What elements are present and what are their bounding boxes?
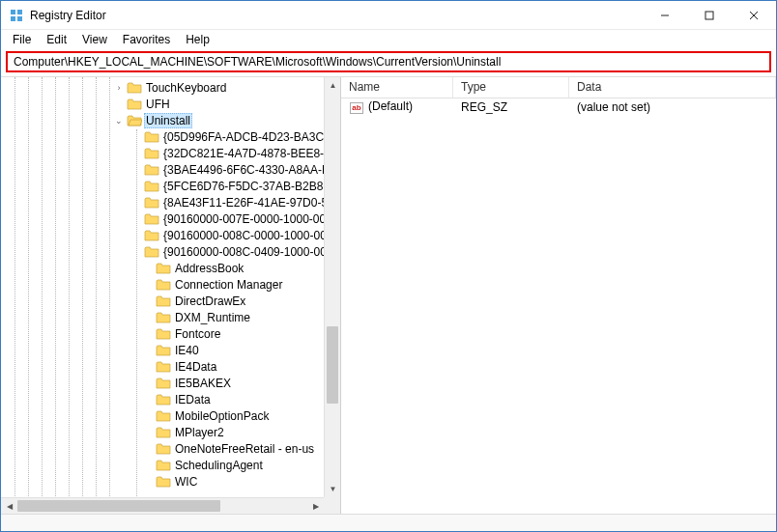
folder-icon	[156, 409, 171, 423]
maximize-button[interactable]	[687, 1, 732, 30]
column-type[interactable]: Type	[453, 77, 569, 98]
tree-item-label: {90160000-008C-0000-1000-000000	[163, 229, 340, 242]
tree-item-label: {5FCE6D76-F5DC-37AB-B2B8-22A	[163, 180, 340, 193]
tree-item--5fce6d76-f5dc-37ab-b2b8[interactable]: {5FCE6D76-F5DC-37AB-B2B8-22A	[1, 178, 340, 194]
svg-rect-2	[11, 16, 15, 21]
folder-icon	[156, 294, 171, 308]
tree-item-label: IE5BAKEX	[175, 377, 231, 390]
tree-item-label: {90160000-008C-0409-1000-000000	[163, 245, 340, 259]
address-bar[interactable]	[6, 51, 771, 72]
tree-item--32dc821e-4a7d-4878-bee8[interactable]: {32DC821E-4A7D-4878-BEE8-337F.	[1, 145, 340, 161]
folder-icon	[144, 130, 159, 144]
menu-help[interactable]: Help	[178, 32, 217, 47]
tree-item-label: Fontcore	[175, 327, 220, 341]
folder-icon	[156, 360, 171, 374]
tree-item--05d996fa-adcb-4d23-ba3c[interactable]: {05D996FA-ADCB-4D23-BA3C-A7(	[1, 128, 340, 145]
tree-item-touchkeyboard[interactable]: › TouchKeyboard	[1, 79, 340, 96]
statusbar	[1, 514, 776, 531]
folder-icon	[144, 180, 159, 193]
tree-item-schedulingagent[interactable]: SchedulingAgent	[1, 457, 340, 473]
scroll-left-icon[interactable]: ◀	[1, 498, 17, 514]
tree-item-label: OneNoteFreeRetail - en-us	[175, 442, 314, 456]
folder-icon	[156, 327, 171, 341]
tree-item-mplayer2[interactable]: MPlayer2	[1, 424, 340, 440]
tree-item-label: {8AE43F11-E26F-41AE-97D0-51396	[163, 196, 340, 210]
column-name[interactable]: Name	[341, 77, 453, 98]
folder-icon	[144, 245, 159, 259]
tree-item--90160000-007e-0000-1000[interactable]: {90160000-007E-0000-1000-000000	[1, 210, 340, 227]
tree-item-connection-manager[interactable]: Connection Manager	[1, 276, 340, 293]
window-title: Registry Editor	[30, 9, 106, 22]
menu-edit[interactable]: Edit	[39, 32, 74, 47]
folder-icon	[156, 393, 171, 406]
tree-item-label: Connection Manager	[175, 278, 282, 292]
tree-item--90160000-008c-0000-1000[interactable]: {90160000-008C-0000-1000-000000	[1, 227, 340, 243]
tree-item-ufh[interactable]: UFH	[1, 96, 340, 112]
folder-icon	[156, 426, 171, 439]
tree-item--3bae4496-6f6c-4330-a8aa[interactable]: {3BAE4496-6F6C-4330-A8AA-B93D	[1, 161, 340, 178]
tree-item-addressbook[interactable]: AddressBook	[1, 260, 340, 276]
content-panes: › TouchKeyboard UFH⌄ Uninstall {05D996FA…	[1, 76, 776, 514]
tree-item-label: WIC	[175, 475, 197, 489]
folder-icon	[127, 98, 142, 111]
tree-item-ie40[interactable]: IE40	[1, 342, 340, 358]
folder-icon	[156, 377, 171, 390]
tree-item-label: MobileOptionPack	[175, 409, 269, 423]
tree-item-label: Uninstall	[144, 113, 192, 128]
menu-file[interactable]: File	[5, 32, 39, 47]
tree-item-label: {05D996FA-ADCB-4D23-BA3C-A7(	[163, 130, 340, 144]
chevron-right-icon[interactable]: ›	[113, 83, 125, 93]
menu-favorites[interactable]: Favorites	[115, 32, 178, 47]
folder-icon	[156, 278, 171, 292]
chevron-down-icon[interactable]: ⌄	[113, 116, 125, 126]
tree-item--8ae43f11-e26f-41ae-97d0[interactable]: {8AE43F11-E26F-41AE-97D0-51396	[1, 194, 340, 210]
tree-item-label: IEData	[175, 393, 211, 406]
tree-item--90160000-008c-0409-1000[interactable]: {90160000-008C-0409-1000-000000	[1, 243, 340, 260]
tree-item-iedata[interactable]: IEData	[1, 391, 340, 407]
tree-item-label: {90160000-007E-0000-1000-000000	[163, 212, 340, 226]
tree-scrollbar-vertical[interactable]: ▲ ▼	[324, 77, 340, 497]
value-type: REG_SZ	[453, 100, 569, 114]
value-row[interactable]: ab(Default)REG_SZ(value not set)	[341, 98, 776, 116]
folder-icon	[156, 475, 171, 489]
tree-item-directdrawex[interactable]: DirectDrawEx	[1, 293, 340, 309]
folder-icon	[127, 81, 142, 95]
tree-pane[interactable]: › TouchKeyboard UFH⌄ Uninstall {05D996FA…	[1, 77, 341, 514]
address-input[interactable]	[12, 54, 765, 70]
tree-item-mobileoptionpack[interactable]: MobileOptionPack	[1, 407, 340, 424]
tree-item-label: DirectDrawEx	[175, 294, 245, 308]
scroll-up-icon[interactable]: ▲	[325, 77, 341, 94]
folder-icon	[144, 147, 159, 160]
tree-scrollbar-horizontal[interactable]: ◀ ▶	[1, 497, 324, 514]
svg-rect-3	[17, 16, 22, 21]
tree-item-ie4data[interactable]: IE4Data	[1, 358, 340, 375]
close-button[interactable]	[732, 1, 776, 30]
folder-open-icon	[127, 114, 142, 127]
tree-item-onenotefreeretail-en-us[interactable]: OneNoteFreeRetail - en-us	[1, 440, 340, 457]
tree-item-uninstall[interactable]: ⌄ Uninstall	[1, 112, 340, 128]
tree-item-dxm-runtime[interactable]: DXM_Runtime	[1, 309, 340, 325]
tree-item-ie5bakex[interactable]: IE5BAKEX	[1, 375, 340, 391]
values-pane[interactable]: Name Type Data ab(Default)REG_SZ(value n…	[341, 77, 776, 514]
svg-rect-1	[17, 10, 22, 14]
scroll-right-icon[interactable]: ▶	[307, 498, 324, 514]
string-value-icon: ab	[349, 101, 364, 115]
tree-item-label: IE4Data	[175, 360, 216, 374]
minimize-button[interactable]	[643, 1, 687, 30]
folder-icon	[156, 262, 171, 275]
tree-item-label: DXM_Runtime	[175, 311, 250, 324]
tree-item-wic[interactable]: WIC	[1, 473, 340, 490]
scroll-corner	[324, 497, 340, 514]
scroll-down-icon[interactable]: ▼	[325, 481, 341, 497]
registry-icon	[9, 8, 24, 23]
folder-icon	[144, 163, 159, 177]
tree-item-label: {32DC821E-4A7D-4878-BEE8-337F.	[163, 147, 340, 160]
menu-view[interactable]: View	[74, 32, 115, 47]
tree-item-fontcore[interactable]: Fontcore	[1, 325, 340, 342]
scroll-thumb[interactable]	[17, 500, 220, 512]
column-data[interactable]: Data	[569, 77, 776, 98]
folder-icon	[144, 212, 159, 226]
titlebar: Registry Editor	[1, 1, 776, 30]
tree-item-label: MPlayer2	[175, 426, 224, 439]
scroll-thumb[interactable]	[327, 326, 338, 404]
